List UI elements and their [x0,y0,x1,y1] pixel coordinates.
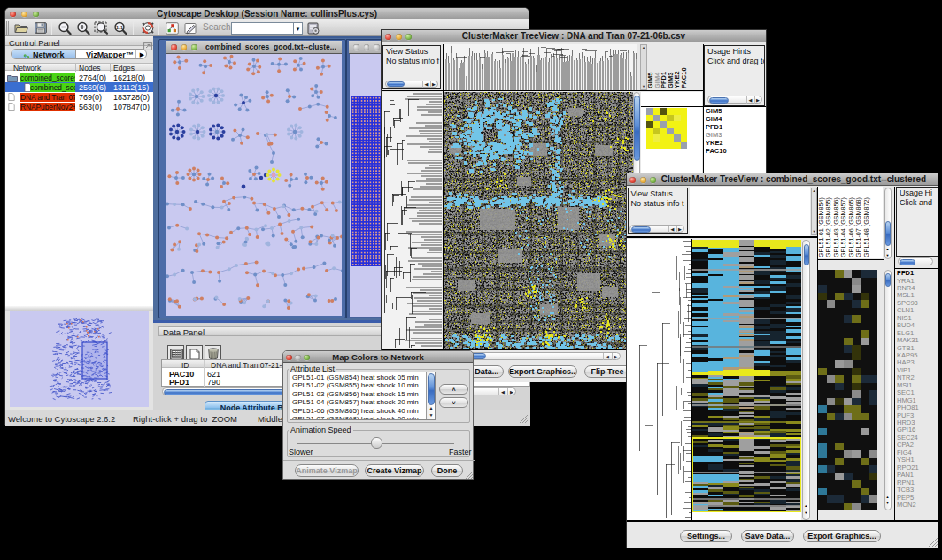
svg-text:1:1: 1:1 [116,24,123,29]
svg-text:PAC10: PAC10 [680,67,688,88]
svg-text:GPL51-08 (GSM872): GPL51-08 (GSM872) [862,197,870,257]
